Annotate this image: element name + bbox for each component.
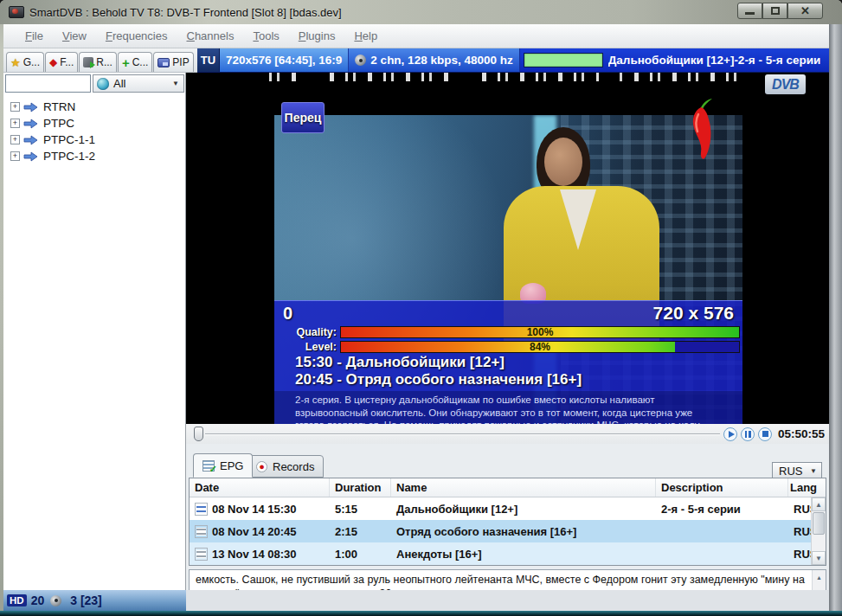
- title-bar[interactable]: SmartDVB : Behold TV T8: DVB-T Frontend …: [0, 0, 842, 24]
- cell-duration: 1:00: [330, 548, 391, 561]
- osd-epg-now: 15:30 - Дальнобойщики [12+]: [274, 354, 742, 371]
- scrollbar-thumb[interactable]: [813, 512, 825, 535]
- channel-arrow-icon: [23, 151, 38, 162]
- menu-help[interactable]: Help: [344, 26, 387, 46]
- tree-item-ptpc-1-2[interactable]: + PTPC-1-2: [3, 148, 185, 164]
- cell-lang: RUS: [788, 548, 813, 561]
- seek-slider-thumb[interactable]: [194, 427, 203, 441]
- channel-search-input[interactable]: [5, 74, 91, 93]
- scroll-up-icon[interactable]: ▲: [813, 571, 826, 583]
- stop-button[interactable]: [758, 427, 772, 441]
- pip-tab-button[interactable]: PIP: [153, 52, 193, 72]
- check-icon: ✓: [209, 465, 217, 474]
- audio-disc-icon: [355, 55, 366, 66]
- table-row[interactable]: 08 Nov 14 20:45 2:15 Отряд особого назна…: [190, 520, 826, 542]
- now-playing-title: Дальнобойщики [12+]-2-я - 5-я серии: [608, 48, 821, 72]
- channel-filter-dropdown[interactable]: All ▼: [93, 74, 184, 93]
- tab-epg-label: EPG: [220, 459, 243, 472]
- expand-icon[interactable]: +: [10, 102, 20, 112]
- window-bottom-edge: [0, 611, 842, 616]
- clipped-osd-text: [269, 73, 741, 81]
- maximize-icon: [771, 7, 780, 15]
- tab-epg[interactable]: ✓ EPG: [193, 453, 253, 478]
- epg-panel: ✓ EPG ● Records RUS ▼ Date Duration Name…: [186, 444, 829, 590]
- tree-item-label: PTPC: [43, 117, 74, 130]
- osd-resolution: 720 x 576: [653, 303, 734, 324]
- cell-date: 08 Nov 14 15:30: [212, 503, 297, 516]
- epg-table-header: Date Duration Name Description Lang: [190, 478, 826, 497]
- pause-icon: [745, 431, 751, 438]
- favorites-tab-button[interactable]: ◆F...: [45, 52, 78, 72]
- header-lang[interactable]: Lang: [788, 478, 813, 497]
- osd-description: 2-я серия. В цистерну дальнобойщикам по …: [274, 391, 742, 424]
- tree-item-label: PTPC-1-2: [43, 150, 95, 163]
- osd-epg-next: 20:45 - Отряд особого назначения [16+]: [274, 371, 742, 388]
- tab-records[interactable]: ● Records: [247, 455, 324, 478]
- cell-name: Отряд особого назначения [16+]: [391, 525, 656, 538]
- audio-disc-icon: [50, 595, 61, 606]
- dvb-logo: DVB: [765, 74, 806, 94]
- create-tab-button[interactable]: +C...: [118, 52, 152, 72]
- minimize-button[interactable]: [737, 3, 762, 19]
- menu-view[interactable]: View: [53, 26, 96, 46]
- level-value: 84%: [341, 342, 739, 352]
- pause-button[interactable]: [741, 427, 755, 441]
- scroll-down-icon[interactable]: ▼: [812, 551, 826, 565]
- pip-tab-label: PIP: [172, 56, 189, 68]
- table-row[interactable]: 08 Nov 14 15:30 5:15 Дальнобойщики [12+]…: [190, 497, 826, 520]
- expand-icon[interactable]: +: [10, 119, 20, 128]
- cell-date: 08 Nov 14 20:45: [212, 525, 297, 538]
- channel-panel: All ▼ + RTRN + PTPC + PTPC-1-1 + PT: [3, 73, 186, 590]
- table-row[interactable]: 13 Nov 14 08:30 1:00 Анекдоты [16+] RUS: [190, 542, 826, 565]
- epg-list-icon: ✓: [202, 460, 215, 472]
- window-border: [829, 24, 842, 611]
- minimize-icon: [745, 12, 755, 15]
- general-tab-button[interactable]: ★G...: [6, 52, 44, 72]
- recent-tab-button[interactable]: R...: [79, 52, 117, 72]
- close-button[interactable]: ✕: [787, 3, 823, 19]
- menu-frequencies[interactable]: Frequencies: [96, 26, 177, 46]
- video-display[interactable]: DVB Перец 0 720 x 576 Quality:: [186, 73, 829, 424]
- chevron-down-icon: ▼: [810, 467, 817, 475]
- language-value: RUS: [779, 465, 802, 478]
- menu-channels[interactable]: Channels: [177, 26, 243, 46]
- cell-duration: 5:15: [330, 503, 391, 516]
- program-list-icon: [195, 525, 208, 538]
- recent-tab-label: R...: [96, 56, 112, 68]
- channel-filter-value: All: [113, 77, 125, 90]
- tree-item-ptpc[interactable]: + PTPC: [3, 115, 185, 132]
- close-icon: ✕: [800, 5, 810, 16]
- quality-bar: 100%: [340, 326, 740, 338]
- tree-item-ptpc-1-1[interactable]: + PTPC-1-1: [3, 132, 185, 148]
- stop-icon: [762, 431, 768, 437]
- signal-progress-bar: [524, 53, 603, 67]
- tv-badge: TU: [197, 48, 220, 72]
- program-list-icon: [195, 503, 208, 516]
- tree-item-rtrn[interactable]: + RTRN: [3, 99, 185, 115]
- expand-icon[interactable]: +: [10, 135, 20, 144]
- menu-tools[interactable]: Tools: [243, 26, 288, 46]
- tab-records-label: Records: [273, 460, 314, 473]
- expand-icon[interactable]: +: [10, 151, 20, 161]
- table-scrollbar[interactable]: ▲ ▼: [811, 497, 826, 565]
- menu-file[interactable]: File: [16, 26, 53, 46]
- menu-plugins[interactable]: Plugins: [289, 26, 345, 46]
- seek-slider-track[interactable]: [205, 433, 720, 435]
- record-icon: ●: [256, 461, 267, 472]
- header-name[interactable]: Name: [391, 478, 656, 497]
- bottom-gap: [186, 590, 829, 611]
- scroll-up-icon[interactable]: ▲: [812, 497, 826, 511]
- playback-time: 05:50:55: [778, 427, 825, 440]
- audio-info-text: 2 chn, 128 kbps, 48000 hz: [370, 54, 512, 67]
- header-date[interactable]: Date: [190, 478, 330, 497]
- audio-info: 2 chn, 128 kbps, 48000 hz: [349, 48, 519, 72]
- status-bar: HD 20 3 [23]: [3, 590, 186, 611]
- play-button[interactable]: [723, 427, 737, 441]
- header-duration[interactable]: Duration: [330, 478, 391, 497]
- quality-label: Quality:: [274, 326, 337, 338]
- hd-badge: HD: [7, 594, 27, 606]
- header-description[interactable]: Description: [656, 478, 788, 497]
- app-window: SmartDVB : Behold TV T8: DVB-T Frontend …: [0, 0, 842, 616]
- maximize-button[interactable]: [762, 3, 787, 19]
- epg-table: Date Duration Name Description Lang 08 N…: [189, 478, 826, 566]
